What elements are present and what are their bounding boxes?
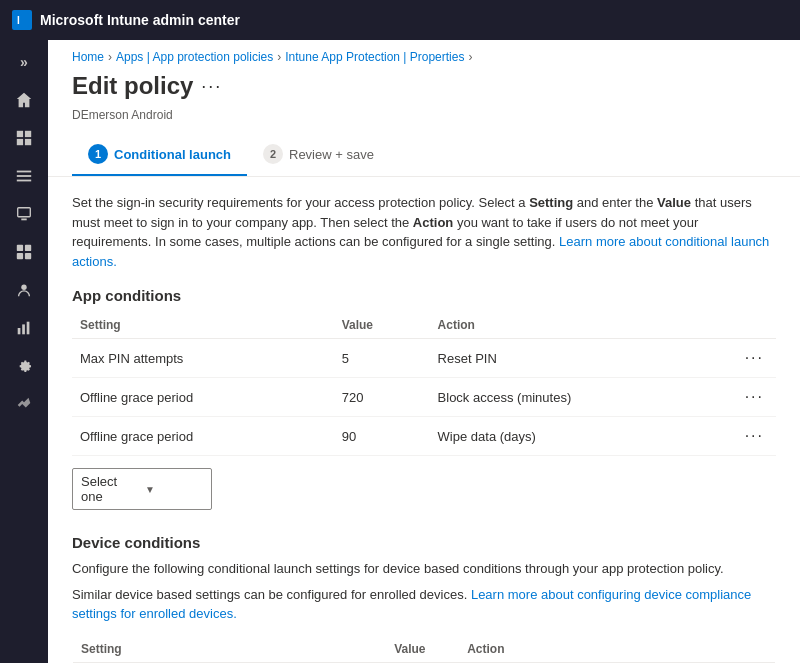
row3-action: Wipe data (days) [430,417,733,456]
breadcrumb-intune[interactable]: Intune App Protection | Properties [285,50,464,64]
sidebar-tools[interactable] [4,386,44,422]
row2-more-button[interactable]: ··· [741,386,768,408]
content-area: Set the sign-in security requirements fo… [48,193,800,663]
page-title: Edit policy [72,72,193,100]
app-title: Microsoft Intune admin center [40,12,240,28]
svg-rect-4 [17,139,23,145]
app-conditions-select[interactable]: Select one ▼ [72,468,212,510]
dev-col-action: Action [459,636,730,663]
sidebar-dashboard[interactable] [4,120,44,156]
row2-setting: Offline grace period [72,378,334,417]
svg-rect-2 [17,131,23,137]
device-conditions-desc2: Similar device based settings can be con… [72,585,776,624]
sidebar-apps[interactable] [4,234,44,270]
svg-rect-13 [17,253,23,259]
intune-logo-icon: I [12,10,32,30]
svg-rect-11 [17,245,23,251]
row1-action: Reset PIN [430,339,733,378]
svg-rect-3 [25,131,31,137]
svg-rect-9 [18,208,31,217]
row1-value: 5 [334,339,430,378]
device-conditions-desc: Configure the following conditional laun… [72,559,776,579]
table-row: Max PIN attempts 5 Reset PIN ··· [72,339,776,378]
breadcrumb: Home › Apps | App protection policies › … [48,40,800,68]
device-conditions-desc2-text: Similar device based settings can be con… [72,587,467,602]
header-more-button[interactable]: ··· [201,76,222,97]
sidebar-devices[interactable] [4,196,44,232]
row3-setting: Offline grace period [72,417,334,456]
svg-rect-14 [25,253,31,259]
select-placeholder: Select one [81,474,139,504]
page-subtitle: DEmerson Android [48,108,800,134]
app-col-setting: Setting [72,312,334,339]
svg-rect-18 [27,322,30,335]
svg-rect-7 [17,175,31,177]
svg-text:I: I [17,15,20,26]
table-row: Offline grace period 90 Wipe data (days)… [72,417,776,456]
svg-rect-17 [22,324,25,334]
breadcrumb-sep3: › [468,50,472,64]
svg-rect-10 [21,219,26,221]
top-bar: I Microsoft Intune admin center [0,0,800,40]
sidebar-reports[interactable] [4,310,44,346]
select-chevron-icon: ▼ [145,484,203,495]
tab-review-save[interactable]: 2 Review + save [247,134,390,176]
row2-value: 720 [334,378,430,417]
device-conditions-title: Device conditions [72,534,776,551]
tab2-label: Review + save [289,147,374,162]
row1-setting: Max PIN attempts [72,339,334,378]
tabs-container: 1 Conditional launch 2 Review + save [48,134,800,177]
sidebar-home[interactable] [4,82,44,118]
app-conditions-title: App conditions [72,287,776,304]
breadcrumb-home[interactable]: Home [72,50,104,64]
row3-value: 90 [334,417,430,456]
main-content: Home › Apps | App protection policies › … [48,40,800,663]
row2-action: Block access (minutes) [430,378,733,417]
svg-rect-6 [17,171,31,173]
breadcrumb-sep2: › [277,50,281,64]
sidebar-list[interactable] [4,158,44,194]
tab-conditional-launch[interactable]: 1 Conditional launch [72,134,247,176]
app-conditions-table: Setting Value Action Max PIN attempts 5 … [72,312,776,456]
svg-rect-8 [17,180,31,182]
app-logo: I Microsoft Intune admin center [12,10,240,30]
table-row: Offline grace period 720 Block access (m… [72,378,776,417]
sidebar-users[interactable] [4,272,44,308]
svg-rect-16 [18,328,21,334]
app-col-value: Value [334,312,430,339]
breadcrumb-sep1: › [108,50,112,64]
learn-more-conditional-link[interactable]: Learn more about conditional launch acti… [72,234,769,269]
dev-col-value: Value [386,636,459,663]
tab2-num: 2 [263,144,283,164]
page-description: Set the sign-in security requirements fo… [72,193,776,271]
row1-more-button[interactable]: ··· [741,347,768,369]
row3-more-button[interactable]: ··· [741,425,768,447]
device-conditions-table: Setting Value Action Jailbroken/rooted d… [72,636,776,664]
svg-rect-5 [25,139,31,145]
tab1-num: 1 [88,144,108,164]
sidebar: » [0,40,48,663]
svg-rect-12 [25,245,31,251]
app-col-action: Action [430,312,733,339]
page-header: Edit policy ··· [48,68,800,108]
svg-point-15 [21,285,26,290]
sidebar-settings[interactable] [4,348,44,384]
dev-col-setting: Setting [73,636,386,663]
breadcrumb-apps[interactable]: Apps | App protection policies [116,50,273,64]
sidebar-expand[interactable]: » [4,44,44,80]
tab1-label: Conditional launch [114,147,231,162]
